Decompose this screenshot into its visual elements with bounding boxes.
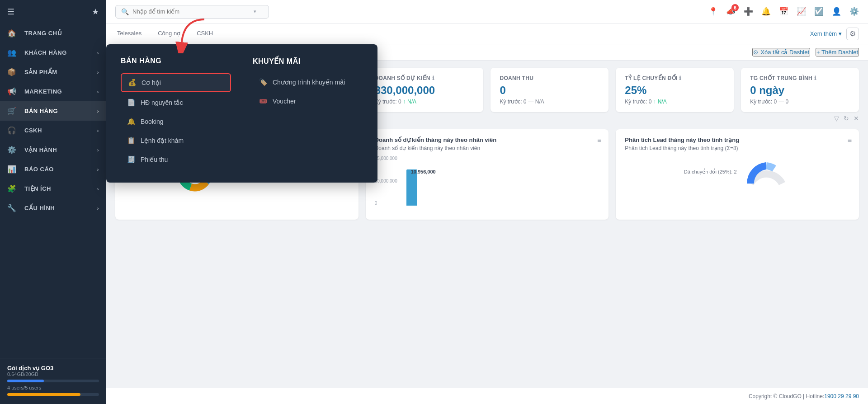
sidebar-item-label: TRANG CHỦ	[24, 30, 62, 37]
mega-col-khuyen-mai: KHUYẾN MÃI 🏷️ Chương trình khuyến mãi 🎟️…	[253, 57, 363, 170]
chart-menu-icon[interactable]: ≡	[597, 136, 601, 145]
sidebar-item-label: BÁO CÁO	[24, 166, 54, 173]
chart-card-lead: Phân tích Lead tháng này theo tình trạng…	[616, 129, 859, 220]
mega-item-label: Phiếu thu	[141, 156, 168, 163]
hotline-link[interactable]: 1900 29 29 90	[824, 393, 859, 399]
checkbox-icon[interactable]: ☑️	[814, 7, 824, 16]
sidebar-item-label: VẬN HÀNH	[24, 146, 57, 153]
kpi-prev: Kỳ trước: 0 — 0	[750, 99, 850, 105]
mega-item-lenh-dat-kham[interactable]: 📋 Lệnh đặt khám	[121, 132, 231, 149]
xoa-dashlet-button[interactable]: ⊙ Xóa tất cả Dashlet	[752, 48, 810, 56]
tab-telesales[interactable]: Telesales	[115, 23, 143, 44]
sidebar-item-van-hanh[interactable]: ⚙️ VẬN HÀNH ›	[0, 140, 106, 160]
star-icon[interactable]: ★	[92, 7, 99, 17]
filter-icon[interactable]: ▽	[834, 115, 839, 122]
user-icon[interactable]: 👤	[832, 7, 841, 16]
sidebar-item-bao-cao[interactable]: 📊 BÁO CÁO ›	[0, 160, 106, 179]
sidebar-item-cau-hinh[interactable]: 🔧 CẤU HÌNH ›	[0, 198, 106, 218]
chart-icon[interactable]: 📈	[797, 7, 806, 16]
close-icon[interactable]: ✕	[854, 115, 859, 122]
sidebar-item-marketing[interactable]: 📢 MARKETING ›	[0, 82, 106, 101]
kpi-value: 25%	[625, 84, 725, 97]
sidebar-item-trang-chu[interactable]: 🏠 TRANG CHỦ	[0, 23, 106, 43]
xem-them-button[interactable]: Xem thêm ▾	[810, 30, 842, 37]
mega-col-title: KHUYẾN MÃI	[253, 57, 363, 66]
kpi-card-tg-chot-trung-binh: TG CHỐT TRUNG BÌNH ℹ 0 ngày Kỳ trước: 0 …	[741, 68, 859, 112]
chart-menu-icon[interactable]: ≡	[848, 136, 852, 145]
users-text: 4 users/5 users	[7, 385, 99, 390]
mega-item-hd-nguyen-tac[interactable]: 📄 HĐ nguyên tắc	[121, 94, 231, 111]
mega-item-voucher[interactable]: 🎟️ Voucher	[253, 93, 363, 110]
sub-tabs: Telesales Công nợ CSKH Xem thêm ▾ ⚙	[106, 23, 868, 44]
chart-title: Phân tích Lead tháng này theo tình trạng	[625, 136, 850, 143]
sidebar-item-tien-ich[interactable]: 🧩 TIỆN ÍCH ›	[0, 179, 106, 198]
sidebar: ☰ ★ 🏠 TRANG CHỦ 👥 KHÁCH HÀNG › 📦 SẢN PHẨ…	[0, 0, 106, 404]
chevron-down-icon: ▾	[254, 9, 256, 14]
report-icon: 📊	[7, 165, 20, 174]
kpi-card-doanh-so-du-kien: DOANH SỐ DỰ KIẾN ℹ 330,000,000 Kỳ trước:…	[366, 68, 484, 112]
mega-item-label: HĐ nguyên tắc	[141, 99, 183, 106]
chart-subtitle: Doanh số dự kiến tháng này theo nhân viê…	[375, 145, 600, 151]
sidebar-item-cskh[interactable]: 🎧 CSKH ›	[0, 121, 106, 140]
tag-icon: 🏷️	[258, 78, 268, 86]
clipboard-icon: 📋	[126, 136, 136, 145]
mega-item-co-hoi[interactable]: 💰 Cơ hội	[121, 73, 231, 92]
sidebar-item-khach-hang[interactable]: 👥 KHÁCH HÀNG ›	[0, 43, 106, 62]
mega-item-phieu-thu[interactable]: 🧾 Phiếu thu	[121, 151, 231, 168]
bar	[406, 169, 417, 206]
product-icon: 📦	[7, 68, 20, 76]
kpi-value: 330,000,000	[375, 84, 475, 97]
sidebar-item-label: TIỆN ÍCH	[24, 185, 51, 192]
users-icon: 👥	[7, 48, 20, 57]
mega-item-label: Voucher	[273, 98, 296, 105]
mega-menu[interactable]: BÁN HÀNG 💰 Cơ hội 📄 HĐ nguyên tắc 🔔 Book…	[106, 44, 377, 183]
mega-item-chuong-trinh-khuyen-mai[interactable]: 🏷️ Chương trình khuyến mãi	[253, 74, 363, 91]
megaphone-icon[interactable]: 📣 6	[726, 7, 736, 16]
search-input[interactable]	[132, 8, 250, 15]
sub-tab-actions: Xem thêm ▾ ⚙	[810, 28, 859, 40]
add-circle-icon[interactable]: ➕	[744, 7, 753, 16]
topbar-icons: 📍 📣 6 ➕ 🔔 📅 📈 ☑️ 👤 ⚙️	[708, 7, 859, 16]
location-icon[interactable]: 📍	[708, 7, 718, 16]
info-icon: ℹ	[814, 75, 816, 81]
them-dashlet-button[interactable]: + Thêm Dashlet	[816, 48, 859, 56]
mega-item-booking[interactable]: 🔔 Booking	[121, 113, 231, 130]
calendar-icon[interactable]: 📅	[779, 7, 788, 16]
chart-title: Doanh số dự kiến tháng này theo nhân viê…	[375, 136, 600, 143]
kpi-card-doanh-thu: DOANH THU 0 Kỳ trước: 0 — N/A	[491, 68, 609, 112]
kpi-label: DOANH THU	[500, 75, 599, 81]
search-icon: 🔍	[121, 8, 129, 15]
refresh-icon[interactable]: ↻	[844, 115, 849, 122]
mega-col-ban-hang: BÁN HÀNG 💰 Cơ hội 📄 HĐ nguyên tắc 🔔 Book…	[121, 57, 231, 170]
notification-badge: 6	[731, 4, 739, 11]
chart-subtitle: Phân tích Lead tháng này theo tình trạng…	[625, 145, 850, 151]
sidebar-item-label: BÁN HÀNG	[24, 108, 58, 114]
marketing-icon: 📢	[7, 87, 20, 96]
kpi-prev: Kỳ trước: 0 ↑ N/A	[625, 99, 725, 105]
sidebar-item-label: KHÁCH HÀNG	[24, 49, 67, 56]
chevron-right-icon: ›	[97, 206, 99, 211]
money-icon: 💰	[127, 79, 137, 87]
tab-cskh[interactable]: CSKH	[195, 23, 215, 44]
search-box[interactable]: 🔍 ▾	[115, 5, 269, 19]
sidebar-item-san-pham[interactable]: 📦 SẢN PHẨM ›	[0, 62, 106, 82]
chart-bar-area: 15,000,000 10,000,000 0 10,956,000	[375, 156, 600, 206]
voucher-icon: 🎟️	[258, 97, 268, 105]
info-icon: ℹ	[432, 75, 434, 81]
bottom-bar: Copyright © CloudGO | Hotline: 1900 29 2…	[106, 388, 868, 404]
tab-cong-no[interactable]: Công nợ	[156, 23, 182, 44]
sidebar-item-label: SẢN PHẨM	[24, 69, 57, 75]
hamburger-icon[interactable]: ☰	[7, 7, 14, 17]
utility-icon: 🧩	[7, 184, 20, 193]
tab-settings-button[interactable]: ⚙	[846, 28, 859, 40]
settings-icon[interactable]: ⚙️	[849, 7, 859, 16]
kpi-prev: Kỳ trước: 0 — N/A	[500, 99, 599, 105]
operations-icon: ⚙️	[7, 146, 20, 154]
chevron-right-icon: ›	[97, 70, 99, 75]
topbar: 🔍 ▾ 📍 📣 6 ➕ 🔔 📅 📈 ☑️ 👤 ⚙️	[106, 0, 868, 23]
bell-icon[interactable]: 🔔	[761, 7, 771, 16]
chevron-right-icon: ›	[97, 89, 99, 94]
sidebar-item-ban-hang[interactable]: 🛒 BÁN HÀNG ›	[0, 101, 106, 121]
mega-item-label: Lệnh đặt khám	[141, 137, 184, 144]
kpi-value: 0 ngày	[750, 84, 850, 97]
